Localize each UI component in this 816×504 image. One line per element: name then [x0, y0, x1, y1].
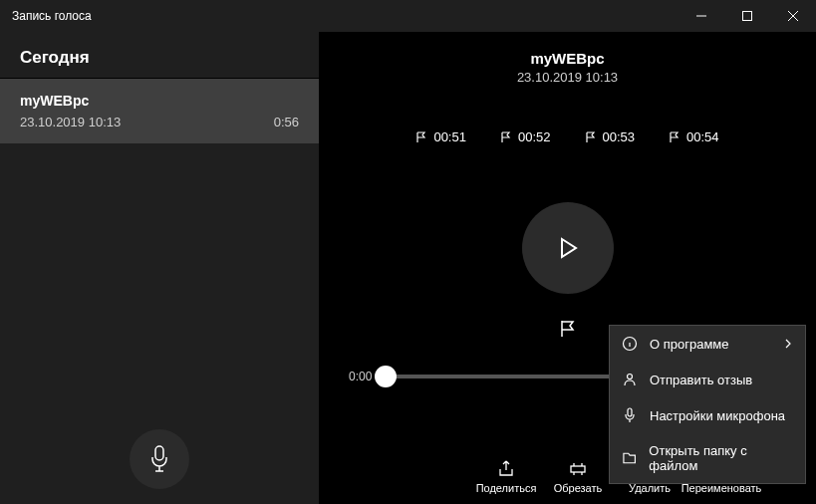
- menu-open-folder[interactable]: Открыть папку с файлом: [610, 433, 805, 483]
- nowplaying-title: myWEBpc: [319, 50, 816, 67]
- svg-rect-0: [743, 12, 752, 21]
- info-icon: [622, 336, 638, 352]
- recording-duration: 0:56: [274, 115, 299, 129]
- add-marker-button[interactable]: [559, 320, 577, 338]
- action-label: Поделиться: [476, 482, 537, 494]
- trim-icon: [569, 460, 587, 478]
- minimize-button[interactable]: [679, 0, 724, 32]
- menu-label: Отправить отзыв: [650, 373, 752, 387]
- menu-about[interactable]: О программе: [610, 326, 805, 362]
- marker-time: 00:52: [518, 129, 551, 144]
- recording-datetime: 23.10.2019 10:13: [20, 115, 121, 129]
- marker-time: 00:54: [686, 129, 719, 144]
- microphone-icon: [622, 407, 638, 423]
- menu-label: О программе: [650, 337, 729, 352]
- folder-icon: [622, 450, 637, 466]
- context-menu: О программе Отправить отзыв Настройки ми…: [609, 325, 806, 484]
- svg-rect-1: [155, 446, 163, 460]
- menu-feedback[interactable]: Отправить отзыв: [610, 362, 805, 397]
- time-current: 0:00: [349, 370, 372, 383]
- menu-label: Открыть папку с файлом: [649, 443, 793, 473]
- marker-item[interactable]: 00:52: [500, 129, 551, 144]
- nowplaying-datetime: 23.10.2019 10:13: [319, 70, 816, 85]
- close-button[interactable]: [770, 0, 816, 32]
- marker-item[interactable]: 00:54: [669, 129, 719, 144]
- marker-time: 00:51: [433, 129, 466, 144]
- flag-icon: [669, 131, 680, 143]
- record-button[interactable]: [130, 429, 189, 489]
- feedback-icon: [622, 372, 638, 387]
- section-header: Сегодня: [0, 32, 319, 78]
- trim-button[interactable]: Обрезать: [547, 460, 609, 494]
- svg-rect-2: [571, 466, 585, 472]
- recording-item[interactable]: myWEBpc 23.10.2019 10:13 0:56: [0, 79, 319, 143]
- timeline-thumb[interactable]: [375, 366, 397, 387]
- microphone-icon: [148, 445, 170, 473]
- menu-label: Настройки микрофона: [650, 408, 785, 423]
- flag-icon: [415, 131, 427, 143]
- marker-item[interactable]: 00:51: [415, 129, 466, 144]
- play-button[interactable]: [522, 202, 614, 294]
- svg-rect-9: [628, 408, 632, 416]
- marker-item[interactable]: 00:53: [585, 129, 636, 144]
- share-button[interactable]: Поделиться: [475, 460, 537, 494]
- app-title: Запись голоса: [0, 9, 679, 23]
- maximize-button[interactable]: [724, 0, 770, 32]
- share-icon: [497, 460, 515, 478]
- flag-icon: [585, 131, 597, 143]
- play-icon: [555, 235, 581, 261]
- flag-icon: [500, 131, 512, 143]
- marker-time: 00:53: [603, 129, 636, 144]
- recording-title: myWEBpc: [20, 93, 299, 109]
- svg-point-8: [628, 375, 633, 379]
- action-label: Обрезать: [554, 482, 603, 494]
- flag-icon: [559, 320, 577, 338]
- menu-mic-settings[interactable]: Настройки микрофона: [610, 397, 805, 433]
- chevron-right-icon: [783, 339, 793, 349]
